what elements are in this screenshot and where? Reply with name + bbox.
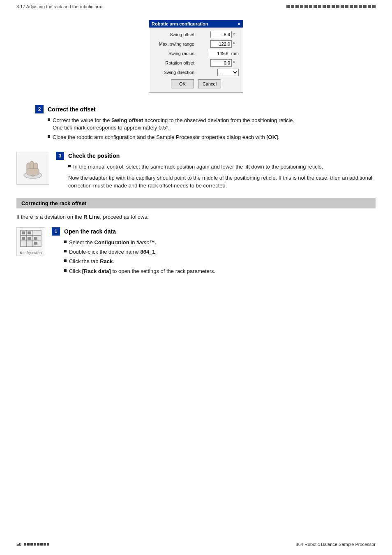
dialog-cancel-button[interactable]: Cancel	[198, 79, 221, 88]
step1b-body: Select the Configuration in tiamo™. Doub…	[64, 239, 376, 275]
bullet-icon-5	[64, 250, 67, 252]
header-dot-3	[295, 5, 299, 8]
header-dot-5	[304, 5, 308, 8]
header-dot-11	[332, 5, 335, 8]
max-swing-range-input-group: °	[210, 40, 239, 48]
swing-offset-unit: °	[233, 32, 239, 37]
step2-section: 2 Correct the offset Correct the value f…	[16, 105, 376, 143]
step2-content: 2 Correct the offset Correct the value f…	[35, 105, 376, 143]
step3-body: In the manual control, select the same r…	[68, 163, 376, 190]
step1b-bullet-1: Select the Configuration in tiamo™.	[64, 239, 376, 246]
step1b-bullet-4-text: Click [Rack data] to open the settings o…	[69, 268, 215, 275]
svg-rect-16	[34, 242, 37, 245]
section-intro: If there is a deviation on the R Line, p…	[16, 213, 376, 221]
hand-illustration	[18, 154, 47, 183]
swing-direction-select[interactable]: -	[217, 69, 239, 76]
step2-bullet-1-text: Correct the value for the Swing offset a…	[53, 117, 294, 132]
step3-bullet-1: In the manual control, select the same r…	[68, 163, 376, 171]
konfiguration-label: Konfiguration	[20, 251, 42, 255]
header-dot-9	[323, 5, 326, 8]
swing-offset-input-group: °	[210, 31, 239, 38]
dialog-body: Swing offset ° Max. swing range °	[149, 28, 243, 92]
section-banner: Correcting the rack offset	[16, 198, 376, 208]
rotation-offset-unit: °	[233, 60, 239, 65]
dialog-row-swing-direction: Swing direction -	[153, 69, 239, 76]
f-dot-8	[47, 543, 49, 546]
footer-dots	[24, 543, 49, 546]
step3-number: 3	[56, 152, 64, 160]
rotation-offset-input-group: °	[210, 59, 239, 67]
step1b-bullet-1-text: Select the Configuration in tiamo™.	[69, 239, 156, 246]
dialog-close-button[interactable]: ×	[238, 21, 240, 26]
robotic-arm-dialog: Robotic arm configuration × Swing offset…	[149, 20, 243, 93]
dialog-buttons: OK Cancel	[153, 79, 239, 88]
header-dot-4	[300, 5, 303, 8]
step2-bullet-2-text: Close the robotic arm configuration and …	[53, 134, 279, 141]
bullet-icon-3	[68, 165, 71, 167]
step2-body: Correct the value for the Swing offset a…	[48, 117, 376, 141]
konfiguration-image: Konfiguration	[16, 227, 45, 256]
f-dot-7	[44, 543, 46, 546]
step3-bullet-1-text: In the manual control, select the same r…	[73, 163, 323, 171]
f-dot-6	[40, 543, 43, 546]
dialog-row-swing-radius: Swing radius mm	[153, 50, 239, 57]
header-dot-17	[359, 5, 362, 8]
header-decoration	[286, 5, 376, 8]
step1b-number: 1	[52, 227, 60, 236]
dialog-ok-button[interactable]: OK	[171, 79, 194, 88]
step3-image	[16, 152, 49, 185]
max-swing-range-input[interactable]	[210, 40, 232, 48]
rotation-offset-input[interactable]	[210, 59, 232, 67]
swing-radius-input[interactable]	[209, 50, 230, 57]
header-dot-18	[363, 5, 367, 8]
step2-bullet-2: Close the robotic arm configuration and …	[48, 134, 376, 141]
step3-bullet-list: In the manual control, select the same r…	[68, 163, 376, 171]
header-dot-13	[341, 5, 344, 8]
f-dot-2	[27, 543, 30, 546]
step1b-bullet-3: Click the tab Rack.	[64, 258, 376, 265]
svg-rect-15	[34, 237, 37, 240]
step2-bullet-list: Correct the value for the Swing offset a…	[48, 117, 376, 141]
header-dot-8	[318, 5, 321, 8]
step2-heading: 2 Correct the offset	[35, 105, 376, 113]
header-dot-15	[350, 5, 353, 8]
header-dot-10	[327, 5, 330, 8]
step1b-bullet-2-text: Double-click the device name 864_1.	[69, 248, 157, 256]
step1b-bullet-3-text: Click the tab Rack.	[69, 258, 114, 265]
step2-title: Correct the offset	[48, 106, 96, 113]
header-dot-6	[309, 5, 312, 8]
footer-product-name: 864 Robotic Balance Sample Processor	[296, 542, 376, 547]
dialog-titlebar: Robotic arm configuration ×	[149, 20, 243, 28]
step3-heading: 3 Check the position	[56, 152, 376, 160]
step1b-title: Open the rack data	[64, 228, 116, 235]
bullet-icon-4	[64, 240, 67, 243]
step1b-bullet-4: Click [Rack data] to open the settings o…	[64, 268, 376, 275]
footer-page-number: 50	[16, 542, 49, 547]
header-dot-2	[291, 5, 294, 8]
step3-title: Check the position	[68, 153, 120, 159]
swing-direction-input-group: -	[217, 69, 239, 76]
page-header: 3.17 Adjusting the rack and the robotic …	[0, 0, 392, 12]
step2-bullet-1: Correct the value for the Swing offset a…	[48, 117, 376, 132]
header-dot-20	[372, 5, 376, 8]
bullet-icon-2	[48, 135, 50, 138]
bullet-icon-6	[64, 259, 67, 262]
step3-note: Now the adapter tip with the capillary s…	[68, 174, 376, 190]
step1b-bullet-list: Select the Configuration in tiamo™. Doub…	[64, 239, 376, 275]
step3-content: 3 Check the position In the manual contr…	[56, 152, 376, 190]
svg-rect-14	[28, 237, 31, 240]
max-swing-range-label: Max. swing range	[153, 42, 194, 46]
f-dot-3	[30, 543, 33, 546]
page-footer: 50 864 Robotic Balance Sample Processor	[16, 542, 376, 547]
swing-offset-label: Swing offset	[153, 32, 194, 37]
step1b-heading: 1 Open the rack data	[52, 227, 376, 236]
swing-radius-input-group: mm	[209, 50, 239, 57]
swing-offset-input[interactable]	[210, 31, 232, 38]
dialog-row-max-swing-range: Max. swing range °	[153, 40, 239, 48]
max-swing-range-unit: °	[233, 42, 239, 46]
step3-section: 3 Check the position In the manual contr…	[16, 152, 376, 190]
f-dot-4	[34, 543, 36, 546]
swing-radius-label: Swing radius	[153, 51, 194, 56]
svg-rect-4	[30, 161, 34, 169]
swing-direction-label: Swing direction	[153, 70, 194, 75]
